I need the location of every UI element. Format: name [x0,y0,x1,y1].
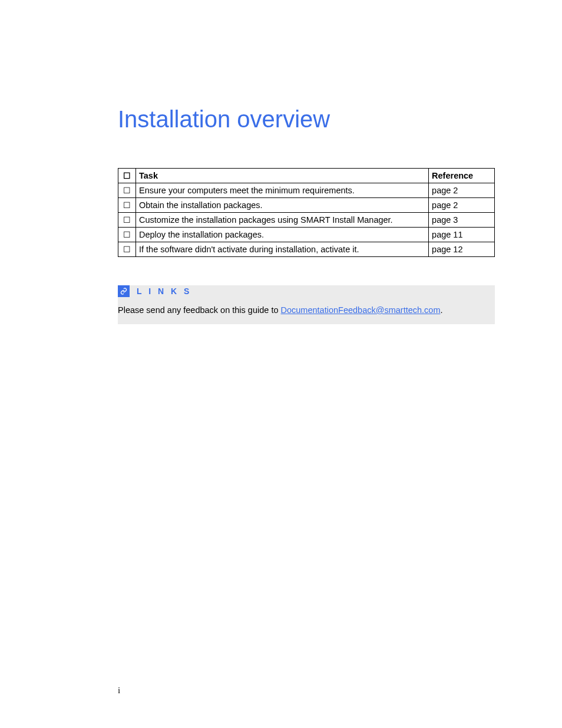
table-row: ☐ Obtain the installation packages. page… [118,198,495,213]
link-icon [118,285,130,297]
row-task: Customize the installation packages usin… [135,213,428,228]
header-checkbox: ☐ [118,169,136,183]
links-header: L I N K S [118,285,495,297]
page-number: i [118,686,120,696]
row-task: If the software didn't activate during i… [135,242,428,257]
row-checkbox: ☐ [118,198,136,213]
page-title: Installation overview [118,106,497,133]
row-task: Obtain the installation packages. [135,198,428,213]
table-header-row: ☐ Task Reference [118,169,495,183]
links-section: L I N K S Please send any feedback on th… [118,285,495,324]
header-task: Task [135,169,428,183]
row-checkbox: ☐ [118,242,136,257]
links-body: Please send any feedback on this guide t… [118,297,495,324]
row-reference: page 3 [429,213,495,228]
links-body-prefix: Please send any feedback on this guide t… [118,305,281,315]
row-reference: page 11 [429,228,495,242]
links-title: L I N K S [137,286,191,296]
table-row: ☐ Deploy the installation packages. page… [118,228,495,242]
row-checkbox: ☐ [118,213,136,228]
table-row: ☐ If the software didn't activate during… [118,242,495,257]
row-checkbox: ☐ [118,183,136,198]
table-row: ☐ Ensure your computers meet the minimum… [118,183,495,198]
row-task: Ensure your computers meet the minimum r… [135,183,428,198]
table-row: ☐ Customize the installation packages us… [118,213,495,228]
row-reference: page 12 [429,242,495,257]
task-table: ☐ Task Reference ☐ Ensure your computers… [118,168,495,257]
row-checkbox: ☐ [118,228,136,242]
row-reference: page 2 [429,183,495,198]
links-body-suffix: . [441,305,443,315]
row-reference: page 2 [429,198,495,213]
feedback-email-link[interactable]: DocumentationFeedback@smarttech.com [281,305,441,315]
header-reference: Reference [429,169,495,183]
row-task: Deploy the installation packages. [135,228,428,242]
